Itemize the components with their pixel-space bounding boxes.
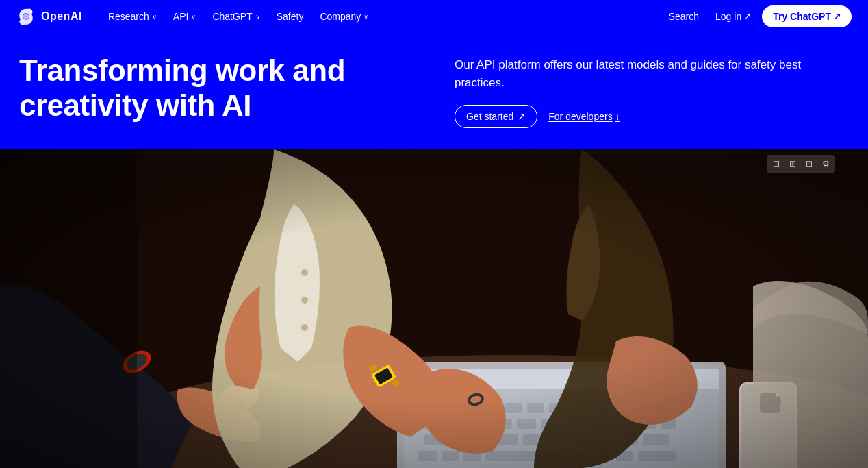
hero-title: Transforming work and creativity with AI [19,53,413,123]
hero-image [0,149,868,468]
zoom-button[interactable]: ⊟ [802,157,816,171]
navbar: OpenAI Research ∨ API ∨ ChatGPT ∨ Safety… [0,0,868,33]
logo[interactable]: OpenAI [16,7,82,26]
nav-item-chatgpt[interactable]: ChatGPT ∨ [205,7,266,26]
login-button[interactable]: Log in ↗ [710,7,756,26]
try-chatgpt-button[interactable]: Try ChatGPT ↗ [762,5,852,27]
browser-tools-bar: ⊡ ⊞ ⊟ ⚙ [767,155,835,173]
for-developers-button[interactable]: For developers ↓ [548,111,620,122]
settings-button[interactable]: ⚙ [819,157,832,171]
fit-screen-button[interactable]: ⊡ [769,157,783,171]
hero-scene-svg [0,149,868,468]
chatgpt-chevron-icon: ∨ [255,13,260,21]
nav-item-research[interactable]: Research ∨ [101,7,164,26]
hero-left: Transforming work and creativity with AI [19,53,413,123]
hero-description: Our API platform offers our latest model… [455,56,810,91]
company-chevron-icon: ∨ [363,13,368,21]
nav-links: Research ∨ API ∨ ChatGPT ∨ Safety Compan… [101,7,663,26]
nav-right: Search Log in ↗ Try ChatGPT ↗ [663,5,852,27]
api-chevron-icon: ∨ [191,13,196,21]
get-started-button[interactable]: Get started ↗ [455,105,537,128]
search-button[interactable]: Search [663,7,704,26]
nav-item-api[interactable]: API ∨ [166,7,203,26]
research-chevron-icon: ∨ [152,13,157,21]
actual-size-button[interactable]: ⊞ [786,157,800,171]
hero-right: Our API platform offers our latest model… [455,53,849,128]
hero-section: Transforming work and creativity with AI… [0,33,868,149]
logo-text: OpenAI [41,10,82,23]
openai-logo-icon [16,7,36,26]
hero-image-container: ⊡ ⊞ ⊟ ⚙ [0,149,868,468]
svg-rect-67 [0,149,137,468]
hero-buttons: Get started ↗ For developers ↓ [455,105,849,128]
nav-item-safety[interactable]: Safety [270,7,311,26]
nav-item-company[interactable]: Company ∨ [313,7,375,26]
